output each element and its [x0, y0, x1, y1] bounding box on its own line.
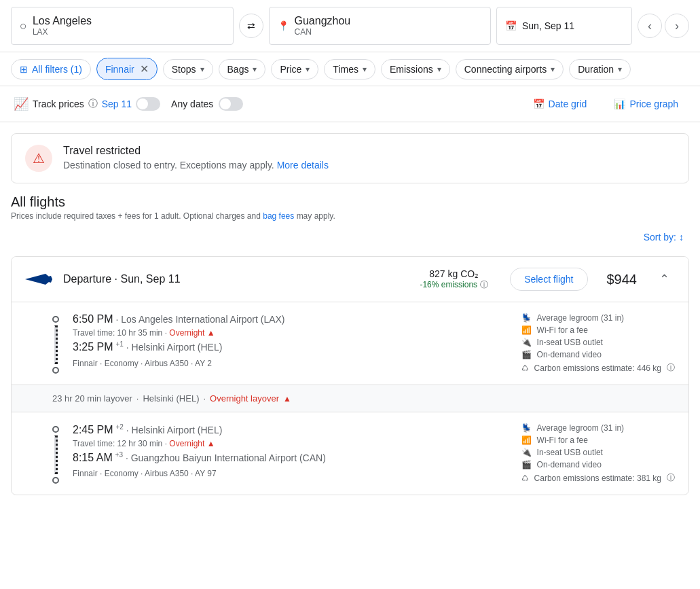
flights-header: All flights Prices include required taxe…: [11, 194, 689, 221]
amenity-wifi-2: 📶 Wi-Fi for a fee: [521, 435, 675, 445]
seg2-depart-time: 2:45 PM: [73, 424, 113, 435]
date-input[interactable]: 📅 Sun, Sep 11: [496, 7, 632, 45]
duration-chevron: ▾: [618, 65, 622, 74]
times-filter[interactable]: Times ▾: [324, 59, 375, 79]
sort-icon: ↕: [679, 232, 684, 243]
co2-info-icon[interactable]: ⓘ: [480, 279, 488, 291]
any-dates-section: Any dates: [171, 97, 243, 111]
select-flight-button[interactable]: Select flight: [510, 268, 587, 291]
seat-icon-2: 💺: [521, 423, 532, 433]
origin-code: LAX: [33, 27, 92, 37]
warning-body: Destination closed to entry. Exceptions …: [63, 160, 329, 171]
seg1-arrive-time: 3:25 PM: [73, 341, 113, 353]
expand-icon: ⌃: [659, 272, 669, 287]
flight-card-header[interactable]: Departure · Sun, Sep 11 827 kg CO₂ -16% …: [12, 257, 688, 302]
date-grid-icon: 📅: [533, 99, 545, 109]
calendar-icon: 📅: [505, 20, 517, 31]
destination-input[interactable]: 📍 Guangzhou CAN: [269, 7, 492, 45]
departure-label: Departure · Sun, Sep 11: [63, 273, 181, 285]
segment-2: 2:45 PM +2 · Helsinki Airport (HEL) Trav…: [12, 412, 688, 495]
warning-icon-wrapper: ⚠: [25, 145, 52, 172]
wifi-icon: 📶: [521, 325, 532, 335]
seg2-arrive-airport-name: Guangzhou Baiyun International Airport (…: [131, 452, 326, 463]
timeline-dot2-top: [52, 426, 59, 433]
track-bar: 📈 Track prices ⓘ Sep 11 Any dates 📅 Date…: [0, 86, 700, 122]
origin-icon: ○: [20, 19, 27, 33]
connecting-airports-chevron: ▾: [551, 65, 555, 74]
emissions-chevron: ▾: [437, 65, 441, 74]
track-prices-section: 📈 Track prices ⓘ Sep 11: [14, 96, 160, 111]
segment-1-info: 6:50 PM · Los Angeles International Airp…: [73, 313, 508, 374]
subtitle-end: may apply.: [297, 211, 335, 221]
bags-label: Bags: [227, 64, 249, 75]
date-grid-button[interactable]: 📅 Date grid: [525, 94, 595, 113]
date-grid-label: Date grid: [549, 99, 587, 109]
bag-fees-link[interactable]: bag fees: [263, 211, 294, 221]
segment-1-timeline: [52, 313, 59, 374]
track-date-chip: Sep 11: [102, 99, 132, 109]
layover-location: Helsinki (HEL): [143, 393, 199, 404]
sort-label: Sort by:: [644, 232, 676, 243]
dest-icon: 📍: [278, 20, 289, 31]
track-prices-info-icon[interactable]: ⓘ: [88, 98, 98, 110]
bags-chevron: ▾: [253, 65, 257, 74]
next-date-button[interactable]: ›: [665, 14, 689, 38]
amenity-video-2: 🎬 On-demand video: [521, 460, 675, 469]
price-graph-button[interactable]: 📊 Price graph: [606, 94, 686, 113]
trending-icon: 📈: [14, 96, 29, 111]
seg1-depart-airport-name: Los Angeles International Airport (LAX): [121, 314, 284, 325]
flights-section: All flights Prices include required taxe…: [0, 194, 700, 506]
bags-filter[interactable]: Bags ▾: [219, 59, 266, 79]
warning-more-details-link[interactable]: More details: [277, 160, 329, 171]
co2-badge: -16% emissions ⓘ: [420, 279, 488, 291]
seg1-overnight: Overnight: [169, 328, 204, 338]
origin-input[interactable]: ○ Los Angeles LAX: [11, 7, 234, 45]
seg2-arrive-superscript: +3: [115, 451, 123, 459]
seg1-depart: 6:50 PM · Los Angeles International Airp…: [73, 313, 508, 325]
all-filters-label: All filters (1): [32, 64, 82, 75]
track-date-toggle[interactable]: [136, 97, 160, 111]
emissions-filter[interactable]: Emissions ▾: [381, 59, 450, 79]
carbon-info-icon-1[interactable]: ⓘ: [667, 362, 675, 374]
carbon-info-icon-2[interactable]: ⓘ: [667, 472, 675, 484]
seg2-arrive: 8:15 AM +3 · Guangzhou Baiyun Internatio…: [73, 451, 508, 464]
usb-icon-2: 🔌: [521, 448, 532, 457]
amenity-carbon-2: ♺ Carbon emissions estimate: 381 kg ⓘ: [521, 472, 675, 484]
warning-icon: ⚠: [33, 150, 45, 166]
warning-title: Travel restricted: [63, 145, 329, 157]
amenity-legroom-2: 💺 Average legroom (31 in): [521, 423, 675, 433]
carbon-icon-2: ♺: [521, 474, 529, 483]
seg2-travel-time: Travel time: 12 hr 30 min · Overnight ▲: [73, 439, 508, 448]
seg1-arrive: 3:25 PM +1 · Helsinki Airport (HEL): [73, 340, 508, 353]
warning-content: Travel restricted Destination closed to …: [63, 145, 329, 171]
segment-2-info: 2:45 PM +2 · Helsinki Airport (HEL) Trav…: [73, 423, 508, 484]
track-prices-label: Track prices: [33, 99, 84, 109]
stops-filter[interactable]: Stops ▾: [163, 59, 213, 79]
seg2-arrive-airport: ·: [126, 452, 131, 463]
timeline-dot2-bottom: [52, 477, 59, 484]
dest-code: CAN: [295, 27, 351, 37]
all-filters-button[interactable]: ⊞ All filters (1): [11, 59, 91, 79]
date-navigation: ‹ ›: [638, 14, 689, 38]
remove-filter-icon[interactable]: ✕: [140, 63, 149, 75]
filters-bar: ⊞ All filters (1) Finnair ✕ Stops ▾ Bags…: [0, 52, 700, 86]
layover-duration: 23 hr 20 min layover: [52, 393, 132, 404]
connecting-airports-filter[interactable]: Connecting airports ▾: [456, 59, 564, 79]
connecting-airports-label: Connecting airports: [464, 64, 547, 75]
overnight-layover-label: Overnight layover: [210, 393, 279, 404]
any-dates-toggle[interactable]: [219, 97, 243, 111]
swap-button[interactable]: ⇄: [239, 14, 263, 38]
price-label: Price: [280, 64, 301, 75]
overnight-warning-icon: ▲: [207, 328, 215, 338]
price-filter[interactable]: Price ▾: [271, 59, 318, 79]
active-filter-chip[interactable]: Finnair ✕: [96, 58, 158, 80]
sort-button[interactable]: Sort by: ↕: [638, 229, 689, 245]
duration-filter[interactable]: Duration ▾: [569, 59, 631, 79]
amenity-legroom-1: 💺 Average legroom (31 in): [521, 313, 675, 323]
carbon-icon: ♺: [521, 363, 529, 373]
seg2-amenities: 💺 Average legroom (31 in) 📶 Wi-Fi for a …: [521, 423, 675, 484]
expand-card-button[interactable]: ⌃: [653, 268, 675, 290]
seg1-arrive-superscript: +1: [115, 340, 123, 348]
times-chevron: ▾: [363, 65, 367, 74]
prev-date-button[interactable]: ‹: [638, 14, 662, 38]
